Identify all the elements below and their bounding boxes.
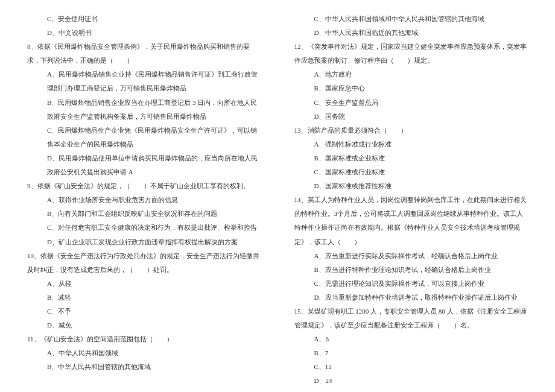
option-text: C、民用爆炸物品生产企业凭《民用爆炸物品安全生产许可证》，可以销售本企业生产的民…	[27, 124, 261, 151]
option-text: A、获得作业场所安全与职业危害方面的信息	[27, 193, 261, 207]
option-text: C、12	[294, 360, 528, 374]
option-text: D、中华人民共和国临近的其他海域	[294, 26, 528, 40]
option-text: A、6	[294, 332, 528, 346]
option-text: C、国家标准或行业标准	[294, 165, 528, 179]
question-text: 13、消防产品的质量必须符合（ ）	[294, 124, 528, 138]
option-text: C、无需进行理论知识及实际操作考试，可以直接上岗作业	[294, 277, 528, 291]
option-text: D、民用爆炸物品使用单位申请购买民用爆炸物品的，应当向所在地人民政府公安机关提出…	[27, 151, 261, 179]
option-text: D、应当重新参加特种作业培训考试，取得特种作业操作证后上岗作业	[294, 291, 528, 305]
option-text: A、应当重新进行实际及实际操作考试，经确认合格后上岗作业	[294, 249, 528, 263]
option-text: B、减轻	[27, 291, 261, 305]
option-text: C、安全生产监督总局	[294, 96, 528, 110]
option-text: B、国家应急中心	[294, 81, 528, 95]
question-text: 15、某煤矿现有职工 1200 人，专职安全管理人员 80 人，依据《注册安全工…	[294, 305, 528, 332]
option-text: D、国家标准或推荐性标准	[294, 179, 528, 193]
option-text: B、7	[294, 346, 528, 360]
option-text: A、地方政府	[294, 68, 528, 81]
option-text: D、中文说明书	[27, 26, 261, 40]
option-text: D、国务院	[294, 110, 528, 124]
option-text: A、强制性标准或行业标准	[294, 138, 528, 151]
option-text: C、中华人民共和国领域和中华人民共和国管辖的其他海域	[294, 12, 528, 26]
question-text: 8、依据《民用爆炸物品安全管理条例》，关于民用爆炸物品购买和销售的要求，下列说法…	[27, 40, 261, 68]
option-text: B、应当进行特种作业理论知识考试，经确认合格后上岗作业	[294, 263, 528, 277]
option-text: C、对任何危害职工安全健康的决定和行为，有权提出批评、检举和控告	[27, 221, 261, 235]
option-text: D、24	[294, 374, 528, 388]
option-text: A、中华人民共和国领域	[27, 346, 261, 360]
question-text: 10、依据《安全生产违法行为行政处罚办法》的规定，安全生产违法行为轻微并及时纠正…	[27, 249, 261, 277]
option-text: B、向有关部门和工会组织反映矿山安全状况和存在的问题	[27, 207, 261, 221]
question-text: 11、《矿山安全法》的空间适用范围包括（ ）	[27, 332, 261, 346]
left-column: C、安全使用证书 D、中文说明书 8、依据《民用爆炸物品安全管理条例》，关于民用…	[27, 12, 261, 388]
option-text: C、安全使用证书	[27, 12, 261, 26]
right-column: C、中华人民共和国领域和中华人民共和国管辖的其他海域 D、中华人民共和国临近的其…	[294, 12, 528, 388]
question-text: 12、《突发事件对法》规定，国家应当建立健全突发事件应急预案体系，突发事件应急预…	[294, 40, 528, 68]
option-text: B、民用爆炸物品销售企业应当在办理工商登记后 3 日内，向所在地人民政府安全生产…	[27, 96, 261, 124]
option-text: A、民用爆炸物品销售企业持《民用爆炸物品销售许可证》到工商行政管理部门办理工商登…	[27, 68, 261, 95]
option-text: C、不予	[27, 305, 261, 318]
page-content: C、安全使用证书 D、中文说明书 8、依据《民用爆炸物品安全管理条例》，关于民用…	[0, 0, 555, 392]
option-text: B、国家标准或企业标准	[294, 151, 528, 165]
option-text: D、减免	[27, 318, 261, 332]
option-text: A、从轻	[27, 277, 261, 291]
option-text: D、矿山企业职工发现企业行政方面违章指挥有权提出解决的方案	[27, 235, 261, 249]
question-text: 9、依据《矿山安全法》的规定，（ ）不属于矿山企业职工享有的权利。	[27, 179, 261, 193]
question-text: 14、某工人为特种作业人员，因岗位调整转岗到仓库工作，在此期间未进行相关的特种作…	[294, 193, 528, 248]
option-text: B、中华人民共和国管辖的其他海域	[27, 360, 261, 374]
